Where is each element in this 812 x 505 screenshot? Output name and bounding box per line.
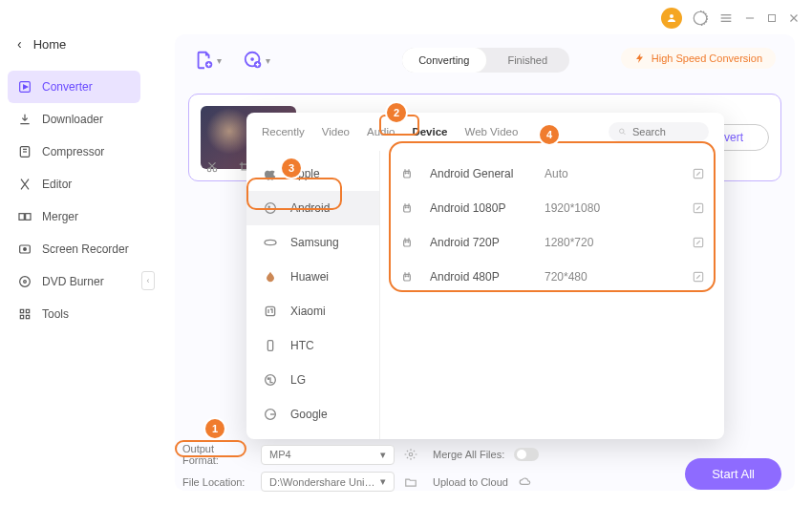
avatar[interactable] [661, 8, 682, 29]
sidebar-item-converter[interactable]: Converter [8, 71, 140, 103]
preset-row[interactable]: Android 720P1280*720 [384, 225, 720, 260]
sidebar-item-compressor[interactable]: Compressor [8, 136, 140, 168]
apple-icon [262, 165, 279, 182]
xiaomi-icon [262, 303, 279, 320]
android-icon [399, 166, 417, 181]
sidebar-item-label: Editor [42, 178, 72, 191]
svg-point-43 [405, 173, 406, 174]
svg-point-33 [268, 206, 269, 207]
android-icon [399, 235, 417, 250]
sidebar-item-dvd-burner[interactable]: DVD Burner [8, 265, 140, 298]
menu-icon[interactable] [718, 11, 734, 26]
file-plus-icon [194, 50, 215, 71]
svg-point-34 [265, 240, 276, 244]
add-disc-button[interactable]: ▾ [243, 50, 270, 71]
sidebar-item-label: Compressor [42, 145, 104, 158]
disc-plus-icon [243, 50, 264, 71]
preset-row[interactable]: Android GeneralAuto [384, 157, 720, 191]
brand-item-xiaomi[interactable]: Xiaomi [246, 294, 379, 328]
sidebar-collapse-handle[interactable]: ‹ [141, 271, 155, 290]
svg-rect-23 [26, 315, 29, 318]
minimize-icon[interactable] [743, 11, 757, 25]
svg-point-32 [266, 203, 276, 214]
tab-device[interactable]: Device [412, 124, 447, 139]
search-input[interactable] [632, 126, 699, 137]
add-file-button[interactable]: ▾ [194, 50, 222, 71]
svg-point-56 [408, 242, 409, 242]
close-icon[interactable] [787, 11, 801, 25]
sidebar-item-label: DVD Burner [42, 275, 104, 288]
preset-row[interactable]: Android 1080P1920*1080 [384, 191, 720, 225]
svg-point-55 [405, 242, 406, 242]
upload-label: Upload to Cloud [433, 476, 508, 488]
brand-item-google[interactable]: Google [246, 397, 379, 431]
svg-point-28 [207, 168, 211, 172]
sidebar-item-editor[interactable]: Editor [8, 168, 140, 200]
merge-label: Merge All Files: [433, 449, 504, 460]
maximize-icon[interactable] [766, 12, 778, 24]
tab-web-video[interactable]: Web Video [464, 124, 518, 139]
seg-converting[interactable]: Converting [402, 48, 486, 73]
brand-item-samsung[interactable]: Samsung [246, 225, 379, 260]
svg-point-38 [267, 378, 268, 379]
merger-icon [17, 209, 32, 224]
svg-rect-20 [20, 309, 23, 312]
back-label: Home [33, 37, 67, 52]
start-all-button[interactable]: Start All [685, 458, 781, 490]
download-icon [17, 112, 32, 127]
tools-icon [17, 306, 32, 322]
sidebar-item-merger[interactable]: Merger [8, 200, 140, 233]
sidebar-item-screen-recorder[interactable]: Screen Recorder [8, 233, 140, 265]
high-speed-badge[interactable]: High Speed Conversion [621, 48, 776, 69]
brand-item-android[interactable]: Android [246, 191, 379, 225]
svg-rect-46 [404, 205, 411, 212]
svg-point-1 [694, 11, 707, 25]
output-format-select[interactable]: MP4▾ [261, 445, 395, 465]
sidebar-item-label: Screen Recorder [42, 242, 129, 256]
file-location-select[interactable]: D:\Wondershare UniConverter 1▾ [261, 472, 395, 492]
editor-icon [17, 177, 32, 192]
svg-point-64 [409, 452, 413, 456]
file-location-label: File Location: [182, 476, 251, 488]
chevron-down-icon: ▾ [380, 475, 386, 488]
brand-item-huawei[interactable]: Huawei [246, 260, 379, 294]
google-icon [262, 406, 279, 423]
callout-1: 1 [205, 419, 224, 438]
gear-icon[interactable] [404, 448, 417, 461]
search-box[interactable] [609, 122, 709, 141]
edit-icon[interactable] [692, 270, 705, 284]
folder-icon[interactable] [404, 475, 417, 489]
tab-audio[interactable]: Audio [367, 124, 395, 139]
compressor-icon [17, 144, 32, 159]
seg-finished[interactable]: Finished [486, 48, 570, 73]
brand-item-lg[interactable]: LG [246, 363, 379, 397]
svg-rect-58 [404, 274, 411, 281]
svg-marker-10 [24, 85, 28, 89]
chevron-left-icon: ‹ [17, 36, 22, 52]
svg-rect-40 [404, 171, 411, 178]
svg-point-30 [620, 129, 625, 134]
sidebar-item-tools[interactable]: Tools [8, 298, 140, 330]
sidebar-item-downloader[interactable]: Downloader [8, 103, 140, 136]
help-icon[interactable] [692, 10, 709, 27]
edit-icon[interactable] [692, 167, 705, 180]
svg-point-61 [405, 276, 406, 277]
tab-recently[interactable]: Recently [262, 124, 305, 139]
android-icon [399, 200, 417, 216]
tab-video[interactable]: Video [322, 124, 350, 139]
brand-item-apple[interactable]: Apple [246, 157, 379, 191]
lg-icon [262, 371, 279, 389]
cut-icon[interactable] [205, 160, 219, 174]
cloud-icon[interactable] [518, 475, 533, 489]
brand-item-htc[interactable]: HTC [246, 328, 379, 363]
search-icon [618, 126, 627, 137]
svg-point-17 [24, 248, 27, 251]
preset-row[interactable]: Android 480P720*480 [384, 260, 720, 294]
output-format-label: Output Format: [182, 443, 251, 466]
edit-icon[interactable] [692, 236, 705, 249]
back-button[interactable]: ‹ Home [8, 29, 140, 59]
merge-toggle[interactable] [514, 448, 539, 461]
edit-icon[interactable] [692, 201, 705, 215]
callout-4: 4 [540, 125, 559, 144]
status-segmented[interactable]: Converting Finished [402, 48, 569, 73]
